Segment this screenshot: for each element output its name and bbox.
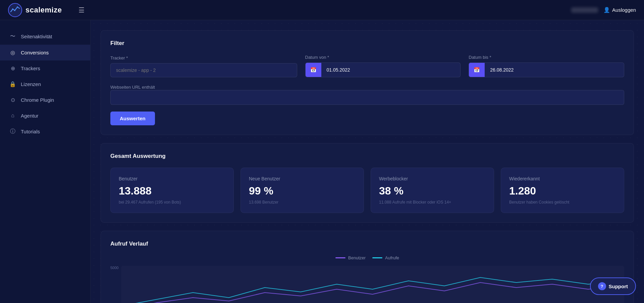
y-axis: 5000 4500: [110, 266, 118, 303]
url-filter-group: Webseiten URL enthält: [110, 84, 624, 105]
svg-point-1: [12, 8, 13, 10]
datum-bis-calendar-button[interactable]: 📅: [469, 63, 485, 77]
stat-card-wiedererkannt: Wiedererkannt 1.280 Benutzer haben Cooki…: [501, 168, 624, 213]
support-label: Support: [609, 284, 628, 289]
stat-label-neue-benutzer: Neue Benutzer: [249, 176, 356, 181]
username-blurred: [571, 7, 598, 13]
trackers-icon: ⊕: [9, 65, 16, 72]
datum-von-group: Datum von * 📅 01.05.2022: [305, 55, 461, 77]
stats-title: Gesamt Auswertung: [110, 153, 624, 160]
legend-benutzer: Benutzer: [335, 255, 366, 260]
datum-von-calendar-button[interactable]: 📅: [306, 63, 321, 77]
sidebar: 〜 Seitenaktivität ◎ Conversions ⊕ Tracke…: [0, 20, 91, 303]
logout-button[interactable]: 👤 Ausloggen: [603, 7, 636, 13]
stat-value-wiedererkannt: 1.280: [509, 185, 616, 197]
sidebar-item-seitenaktivitaet[interactable]: 〜 Seitenaktivität: [0, 28, 90, 45]
sidebar-label-agentur: Agentur: [21, 113, 39, 119]
info-icon: ⓘ: [9, 128, 16, 135]
filter-section: Filter Tracker * Datum von * 📅 01.05.202…: [101, 30, 634, 135]
hamburger-menu[interactable]: ☰: [78, 6, 85, 14]
filter-row-1: Tracker * Datum von * 📅 01.05.2022 Datum…: [110, 55, 624, 77]
chart-container: 5000 4500: [110, 266, 624, 303]
tracker-input[interactable]: [110, 63, 297, 77]
datum-von-wrapper: 📅 01.05.2022: [305, 62, 461, 77]
datum-von-value: 01.05.2022: [321, 63, 461, 77]
lock-icon: 🔒: [9, 81, 16, 87]
datum-bis-value: 26.08.2022: [485, 63, 624, 77]
sidebar-label-tutorials: Tutorials: [21, 129, 40, 134]
datum-bis-label: Datum bis *: [469, 55, 624, 60]
stats-grid: Benutzer 13.888 bei 29.467 Aufrufen (195…: [110, 168, 624, 213]
stat-card-benutzer: Benutzer 13.888 bei 29.467 Aufrufen (195…: [110, 168, 234, 213]
stat-sub-benutzer: bei 29.467 Aufrufen (195 von Bots): [119, 200, 225, 205]
sidebar-label-conversions: Conversions: [21, 50, 49, 55]
legend-color-benutzer: [335, 257, 345, 258]
datum-bis-group: Datum bis * 📅 26.08.2022: [469, 55, 624, 77]
chart-legend: Benutzer Aufrufe: [110, 255, 624, 260]
stat-card-werbeblocker: Werbeblocker 38 % 11.088 Aufrufe mit Blo…: [371, 168, 494, 213]
sidebar-label-trackers: Trackers: [21, 66, 40, 71]
support-icon: ?: [598, 282, 606, 290]
datum-bis-wrapper: 📅 26.08.2022: [469, 62, 624, 77]
url-input[interactable]: [110, 90, 624, 105]
sidebar-item-lizenzen[interactable]: 🔒 Lizenzen: [0, 76, 90, 92]
logo-icon: [8, 3, 22, 17]
stat-card-neue-benutzer: Neue Benutzer 99 % 13.698 Benutzer: [240, 168, 364, 213]
stat-label-benutzer: Benutzer: [119, 176, 225, 181]
header-right: 👤 Ausloggen: [571, 7, 636, 13]
chart-section: Aufruf Verlauf Benutzer Aufrufe 5000 450…: [101, 231, 634, 303]
conversions-icon: ◎: [9, 49, 16, 56]
home-icon: ⌂: [9, 113, 16, 119]
main-layout: 〜 Seitenaktivität ◎ Conversions ⊕ Tracke…: [0, 20, 644, 303]
activity-icon: 〜: [9, 33, 16, 40]
stat-value-benutzer: 13.888: [119, 185, 225, 197]
legend-label-benutzer: Benutzer: [348, 255, 366, 260]
main-content: Filter Tracker * Datum von * 📅 01.05.202…: [91, 20, 644, 303]
stat-label-werbeblocker: Werbeblocker: [379, 176, 486, 181]
sidebar-label-lizenzen: Lizenzen: [21, 81, 41, 87]
chart-area: [121, 266, 624, 303]
legend-label-aufrufe: Aufrufe: [385, 255, 399, 260]
stat-label-wiedererkannt: Wiedererkannt: [509, 176, 616, 181]
auswerten-button[interactable]: Auswerten: [110, 112, 155, 125]
sidebar-label-seitenaktivitaet: Seitenaktivität: [21, 34, 52, 39]
chrome-icon: ⊙: [9, 97, 16, 103]
stat-value-werbeblocker: 38 %: [379, 185, 486, 197]
legend-aufrufe: Aufrufe: [372, 255, 399, 260]
user-icon: 👤: [603, 7, 610, 13]
sidebar-item-trackers[interactable]: ⊕ Trackers: [0, 60, 90, 76]
logout-label: Ausloggen: [612, 7, 636, 13]
filter-title: Filter: [110, 40, 624, 47]
tracker-group: Tracker *: [110, 55, 297, 77]
sidebar-item-chrome-plugin[interactable]: ⊙ Chrome Plugin: [0, 92, 90, 108]
sidebar-item-conversions[interactable]: ◎ Conversions: [0, 45, 90, 60]
stat-sub-wiedererkannt: Benutzer haben Cookies gelöscht: [509, 200, 616, 205]
stat-value-neue-benutzer: 99 %: [249, 185, 356, 197]
tracker-label: Tracker *: [110, 55, 297, 60]
stat-sub-neue-benutzer: 13.698 Benutzer: [249, 200, 356, 205]
svg-point-3: [17, 6, 18, 8]
logo-area: scalemize ☰: [8, 3, 85, 17]
stats-section: Gesamt Auswertung Benutzer 13.888 bei 29…: [101, 143, 634, 223]
app-name: scalemize: [25, 6, 62, 14]
stat-sub-werbeblocker: 11.088 Aufrufe mit Blocker oder iOS 14+: [379, 200, 486, 205]
support-button[interactable]: ? Support: [590, 277, 636, 295]
url-label: Webseiten URL enthält: [110, 85, 155, 90]
chart-svg: [121, 266, 624, 303]
svg-point-2: [14, 10, 15, 11]
datum-von-label: Datum von *: [305, 55, 461, 60]
top-header: scalemize ☰ 👤 Ausloggen: [0, 0, 644, 20]
y-label-5000: 5000: [110, 266, 118, 270]
chart-title: Aufruf Verlauf: [110, 241, 624, 247]
legend-color-aufrufe: [372, 257, 382, 258]
sidebar-item-agentur[interactable]: ⌂ Agentur: [0, 108, 90, 123]
sidebar-label-chrome-plugin: Chrome Plugin: [21, 97, 54, 103]
sidebar-item-tutorials[interactable]: ⓘ Tutorials: [0, 123, 90, 140]
